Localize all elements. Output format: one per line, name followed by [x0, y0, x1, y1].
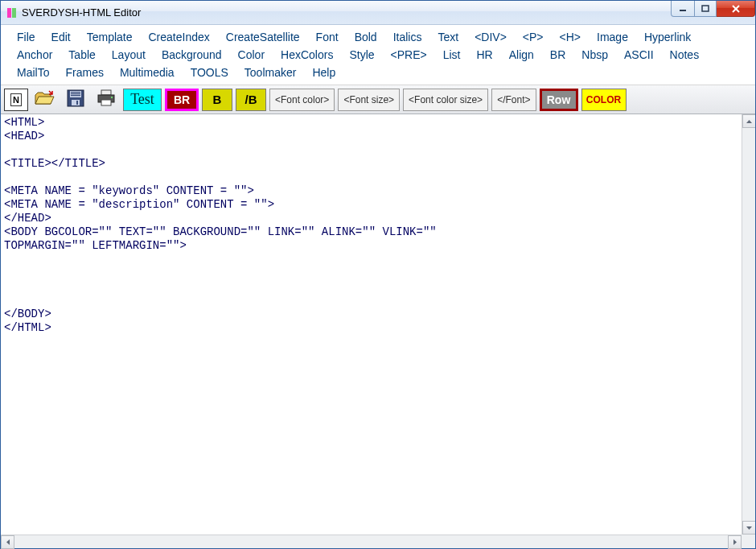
menu-nbsp[interactable]: Nbsp [573, 46, 616, 64]
svg-rect-1 [12, 8, 16, 18]
row-button[interactable]: Row [540, 89, 578, 111]
window-controls [671, 1, 755, 17]
menu-mailto[interactable]: MailTo [9, 64, 57, 81]
br-button[interactable]: BR [165, 89, 199, 111]
font-size-button[interactable]: <Font size> [338, 89, 400, 111]
menu-frames[interactable]: Frames [57, 64, 111, 81]
svg-rect-3 [702, 6, 709, 11]
menu-list[interactable]: List [435, 46, 469, 64]
menu-toolmaker[interactable]: Toolmaker [236, 64, 305, 81]
editor-area: <HTML> <HEAD> <TITLE></TITLE> <META NAME… [1, 114, 755, 535]
bold-close-button[interactable]: /B [236, 89, 266, 111]
menu-hr[interactable]: HR [468, 46, 500, 64]
menu-bar: File Edit Template CreateIndex CreateSat… [1, 25, 755, 85]
app-icon [6, 6, 18, 19]
svg-rect-12 [71, 95, 80, 96]
bold-open-button[interactable]: B [202, 89, 232, 111]
close-button[interactable] [717, 1, 755, 17]
svg-marker-19 [746, 120, 752, 123]
floppy-disk-icon [66, 89, 85, 110]
menu-anchor[interactable]: Anchor [9, 46, 60, 64]
menu-p[interactable]: <P> [515, 28, 552, 46]
svg-rect-10 [71, 92, 80, 93]
menu-italics[interactable]: Italics [385, 28, 430, 46]
folder-open-icon [35, 89, 55, 109]
svg-marker-20 [746, 526, 752, 530]
menu-file[interactable]: File [9, 28, 43, 46]
chevron-down-icon [746, 526, 752, 530]
svg-marker-22 [733, 539, 737, 545]
menu-hexcolors[interactable]: HexColors [273, 46, 341, 64]
menu-color[interactable]: Color [230, 46, 273, 64]
svg-line-5 [733, 6, 739, 12]
menu-template[interactable]: Template [79, 28, 141, 46]
menu-align[interactable]: Align [501, 46, 542, 64]
open-button[interactable] [31, 89, 59, 111]
menu-image[interactable]: Image [589, 28, 636, 46]
menu-notes[interactable]: Notes [662, 46, 708, 64]
printer-icon [96, 89, 117, 109]
new-button[interactable]: N [4, 89, 28, 111]
menu-createsatellite[interactable]: CreateSatellite [218, 28, 308, 46]
menu-pre[interactable]: <PRE> [383, 46, 435, 64]
chevron-right-icon [733, 539, 737, 545]
menu-h[interactable]: <H> [552, 28, 589, 46]
svg-rect-15 [101, 90, 111, 95]
font-color-button[interactable]: <Font color> [269, 89, 335, 111]
menu-br[interactable]: BR [542, 46, 573, 64]
menu-createindex[interactable]: CreateIndex [141, 28, 218, 46]
menu-ascii[interactable]: ASCII [616, 46, 662, 64]
menu-help[interactable]: Help [304, 64, 343, 81]
scroll-down-button[interactable] [742, 521, 755, 535]
save-button[interactable] [62, 89, 89, 111]
bottom-scroll-row [1, 535, 755, 548]
menu-edit[interactable]: Edit [43, 28, 79, 46]
menu-background[interactable]: Background [154, 46, 230, 64]
horizontal-scrollbar[interactable] [1, 535, 742, 548]
svg-rect-17 [101, 100, 111, 105]
svg-marker-7 [35, 97, 54, 104]
window-title: SVERDYSH-HTML Editor [22, 6, 141, 19]
menu-multimedia[interactable]: Multimedia [112, 64, 183, 81]
svg-rect-0 [7, 8, 11, 18]
menu-hyperlink[interactable]: Hyperlink [636, 28, 699, 46]
svg-rect-11 [71, 93, 80, 94]
chevron-left-icon [6, 539, 10, 545]
maximize-button[interactable] [695, 1, 717, 17]
scroll-left-button[interactable] [1, 535, 14, 549]
menu-div[interactable]: <DIV> [466, 28, 515, 46]
code-editor[interactable]: <HTML> <HEAD> <TITLE></TITLE> <META NAME… [1, 114, 742, 535]
chevron-up-icon [746, 120, 752, 123]
new-icon: N [10, 93, 22, 106]
scroll-corner [742, 535, 755, 548]
menu-tools[interactable]: TOOLS [183, 64, 236, 81]
app-window: SVERDYSH-HTML Editor File Edit Template … [0, 0, 756, 549]
test-button[interactable]: Test [123, 89, 162, 111]
scroll-right-button[interactable] [728, 535, 742, 549]
scroll-up-button[interactable] [742, 114, 755, 128]
menu-font[interactable]: Font [308, 28, 347, 46]
menu-bold[interactable]: Bold [347, 28, 385, 46]
font-color-size-button[interactable]: <Font color size> [403, 89, 488, 111]
color-button[interactable]: COLOR [581, 89, 627, 111]
vertical-scrollbar[interactable] [742, 114, 755, 535]
minimize-button[interactable] [671, 1, 695, 17]
menu-text[interactable]: Text [429, 28, 466, 46]
print-button[interactable] [92, 89, 120, 111]
svg-marker-21 [6, 539, 10, 545]
svg-line-4 [733, 6, 739, 12]
svg-rect-14 [76, 101, 78, 105]
font-close-button[interactable]: </Font> [491, 89, 536, 111]
toolbar: N Test BR B /B <Font color> <Font size> … [1, 85, 755, 114]
menu-table[interactable]: Table [60, 46, 103, 64]
menu-style[interactable]: Style [341, 46, 382, 64]
menu-layout[interactable]: Layout [104, 46, 154, 64]
svg-point-18 [111, 97, 113, 98]
svg-rect-13 [72, 100, 80, 105]
titlebar[interactable]: SVERDYSH-HTML Editor [1, 1, 755, 25]
